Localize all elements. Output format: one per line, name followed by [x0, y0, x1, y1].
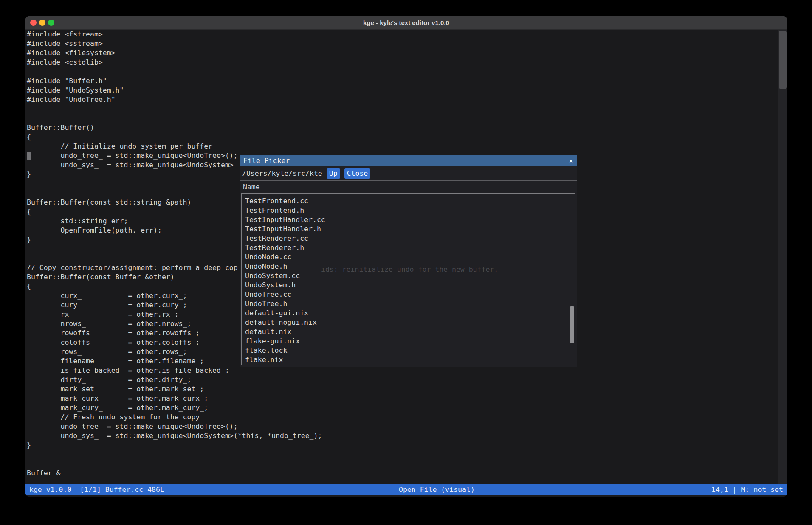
- status-cursor-position: 14,1 | M: not set: [711, 484, 783, 495]
- zoom-window-button[interactable]: [48, 20, 54, 26]
- code-line[interactable]: Buffer &: [27, 469, 776, 478]
- code-line[interactable]: // Fresh undo system for the copy: [27, 413, 776, 422]
- window-controls: [30, 16, 54, 29]
- code-line[interactable]: is_file_backed_ = other.is_file_backed_;: [27, 366, 776, 375]
- file-list-item[interactable]: TestFrontend.h: [242, 206, 575, 215]
- text-cursor: [27, 152, 31, 160]
- status-left: kge v1.0.0 [1/1] Buffer.cc 486L: [29, 484, 164, 495]
- file-list-item[interactable]: UndoSystem.cc: [242, 271, 575, 281]
- file-list-scrollbar-thumb[interactable]: [570, 306, 574, 343]
- file-list[interactable]: TestFrontend.ccTestFrontend.hTestInputHa…: [241, 193, 575, 365]
- file-list-item[interactable]: flake-gui.nix: [242, 337, 575, 346]
- code-line[interactable]: [27, 104, 776, 114]
- file-list-item[interactable]: UndoTree.cc: [242, 290, 575, 299]
- file-list-item[interactable]: TestRenderer.cc: [242, 234, 575, 243]
- minimize-window-button[interactable]: [39, 20, 45, 26]
- close-button[interactable]: Close: [344, 168, 371, 179]
- file-list-item[interactable]: UndoTree.h: [242, 299, 575, 309]
- code-line[interactable]: [27, 67, 776, 76]
- file-list-item[interactable]: flake.nix: [242, 355, 575, 365]
- file-list-item[interactable]: UndoNode.h: [242, 262, 575, 271]
- up-button[interactable]: Up: [327, 168, 340, 179]
- editor-scrollbar[interactable]: [778, 30, 787, 484]
- window-title: kge - kyle's text editor v1.0.0: [363, 19, 449, 26]
- status-bar: kge v1.0.0 [1/1] Buffer.cc 486L Open Fil…: [25, 484, 787, 495]
- code-line[interactable]: mark_curx_ = other.mark_curx_;: [27, 394, 776, 403]
- code-line[interactable]: #include "Buffer.h": [27, 76, 776, 86]
- code-line[interactable]: #include <cstdlib>: [27, 58, 776, 67]
- code-line[interactable]: #include <fstream>: [27, 30, 776, 39]
- code-line[interactable]: mark_set_ = other.mark_set_;: [27, 385, 776, 394]
- code-line[interactable]: [27, 450, 776, 459]
- code-line[interactable]: #include <sstream>: [27, 39, 776, 48]
- code-line[interactable]: {: [27, 132, 776, 142]
- code-line[interactable]: #include "UndoTree.h": [27, 95, 776, 104]
- code-line[interactable]: Buffer::Buffer(): [27, 123, 776, 132]
- desktop-background: { "window": { "title": "kge - kyle's tex…: [0, 0, 812, 525]
- column-header-name: Name: [240, 181, 577, 193]
- code-line[interactable]: #include <filesystem>: [27, 48, 776, 58]
- code-line[interactable]: undo_sys_ = std::make_unique<UndoSystem>…: [27, 431, 776, 441]
- file-list-item[interactable]: TestFrontend.cc: [242, 197, 575, 206]
- code-line[interactable]: // Initialize undo system per buffer: [27, 142, 776, 151]
- file-list-item[interactable]: default-nogui.nix: [242, 318, 575, 327]
- file-picker-titlebar[interactable]: File Picker ✕: [240, 155, 577, 166]
- code-line[interactable]: #include "UndoSystem.h": [27, 86, 776, 95]
- code-line[interactable]: mark_cury_ = other.mark_cury_;: [27, 403, 776, 413]
- file-list-item[interactable]: TestRenderer.h: [242, 243, 575, 253]
- file-list-item[interactable]: TestInputHandler.h: [242, 225, 575, 234]
- editor-scrollbar-thumb[interactable]: [779, 31, 787, 89]
- file-list-item[interactable]: default-gui.nix: [242, 309, 575, 318]
- file-list-item[interactable]: UndoSystem.h: [242, 281, 575, 290]
- file-list-item[interactable]: flake.lock: [242, 346, 575, 355]
- code-line[interactable]: dirty_ = other.dirty_;: [27, 375, 776, 385]
- code-line[interactable]: }: [27, 441, 776, 450]
- current-path: /Users/kyle/src/kte: [242, 169, 322, 178]
- dialog-close-icon[interactable]: ✕: [569, 158, 573, 164]
- window-titlebar[interactable]: kge - kyle's text editor v1.0.0: [25, 16, 787, 30]
- file-picker-dialog: File Picker ✕ /Users/kyle/src/kte Up Clo…: [240, 155, 577, 367]
- file-list-item[interactable]: UndoNode.cc: [242, 253, 575, 262]
- editor-window: kge - kyle's text editor v1.0.0 #include…: [25, 16, 787, 497]
- code-line[interactable]: undo_tree_ = std::make_unique<UndoTree>(…: [27, 422, 776, 431]
- code-line[interactable]: [27, 114, 776, 123]
- close-window-button[interactable]: [30, 20, 37, 26]
- code-line[interactable]: [27, 459, 776, 469]
- file-list-item[interactable]: default.nix: [242, 327, 575, 337]
- file-picker-title: File Picker: [243, 156, 569, 166]
- path-row: /Users/kyle/src/kte Up Close: [240, 166, 577, 180]
- file-list-item[interactable]: TestInputHandler.cc: [242, 215, 575, 225]
- status-mode: Open File (visual): [399, 484, 475, 495]
